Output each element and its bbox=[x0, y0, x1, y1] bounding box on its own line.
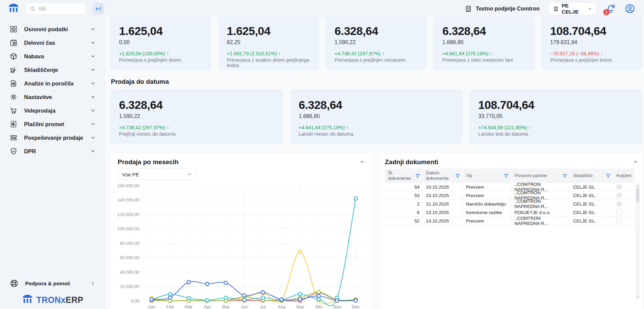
sidebar-item-dpr[interactable]: DPR bbox=[0, 144, 105, 158]
sidebar-item-osnovni-podatki[interactable]: Osnovni podatki bbox=[0, 22, 105, 36]
table-scrollbar[interactable]: ▲ ▼ bbox=[636, 184, 640, 300]
collapse-chart-panel-button[interactable] bbox=[359, 158, 366, 166]
chevron-down-icon bbox=[90, 81, 96, 86]
support-link[interactable]: Podpora & pomoč bbox=[0, 279, 105, 288]
posted-checkbox[interactable]: ✓ bbox=[617, 184, 622, 190]
shield-icon bbox=[9, 147, 18, 155]
funnel-icon bbox=[606, 173, 611, 178]
box-icon bbox=[9, 52, 18, 60]
kpi-caption: Primerjava z enakim dnem prejšnjega tedn… bbox=[227, 57, 310, 68]
calendar-clock-icon bbox=[9, 39, 18, 47]
doc-posted-cell bbox=[613, 217, 635, 225]
monthly-sales-panel-title: Prodaja po mesecih bbox=[118, 158, 179, 166]
kpi-secondary: 179.631,94 bbox=[550, 39, 633, 45]
posted-checkbox[interactable]: ✓ bbox=[617, 201, 622, 207]
trend-arrow-icon: ↑ bbox=[167, 51, 169, 56]
posted-checkbox[interactable] bbox=[617, 210, 622, 215]
chart-marker-series-cyan bbox=[206, 298, 209, 302]
posted-checkbox[interactable]: ✓ bbox=[617, 193, 622, 198]
kpi-caption: Lanski mesec do datuma bbox=[299, 131, 454, 137]
kpi-card: 6.328,641.686,80+4.641,84 (275,19%) ↑Pri… bbox=[433, 17, 534, 70]
column-header-label: Knjižen bbox=[617, 173, 631, 178]
sidebar-item-delovni-cas[interactable]: Delovni čas bbox=[0, 36, 105, 50]
report-icon bbox=[9, 79, 18, 88]
kpi-card: 6.328,641.590,22+4.738,42 (297,97%) ↑Pre… bbox=[110, 90, 283, 144]
pe-filter-select[interactable]: Vse PE bbox=[118, 169, 197, 180]
sidebar-item-nastavitve[interactable]: Nastavitve bbox=[0, 90, 105, 104]
company-selector[interactable]: Testno podjetje Comtron bbox=[465, 5, 540, 13]
column-header-poslovni-partner[interactable]: Poslovni partner bbox=[511, 169, 570, 183]
doc-warehouse-cell: CELJE GL. bbox=[570, 191, 613, 200]
svg-text:Sep: Sep bbox=[296, 304, 304, 309]
sidebar-item-label: Analize in poročila bbox=[24, 80, 90, 87]
svg-text:Dec: Dec bbox=[352, 304, 360, 309]
chart-marker-series-blue bbox=[335, 299, 339, 302]
sidebar-item-veleprodaja[interactable]: Veleprodaja bbox=[0, 104, 105, 117]
kpi-secondary: 33.770,05 bbox=[478, 113, 633, 119]
chevron-down-icon bbox=[90, 26, 96, 32]
posted-checkbox[interactable] bbox=[617, 218, 622, 224]
sidebar-item-pospesevanje-prodaje[interactable]: Pospeševanje prodaje bbox=[0, 131, 105, 144]
doc-date-cell: 23.10.2025 bbox=[423, 191, 463, 200]
scroll-up-arrow[interactable]: ▲ bbox=[637, 184, 639, 187]
doc-number-cell: 52 bbox=[385, 217, 423, 225]
chart-marker-series-cyan bbox=[261, 296, 265, 300]
kpi-value: 108.704,64 bbox=[478, 99, 633, 111]
chevron-down-icon bbox=[90, 108, 96, 113]
branch-select[interactable]: PE CELJE bbox=[548, 2, 597, 15]
scroll-down-arrow[interactable]: ▼ bbox=[637, 296, 639, 299]
sidebar-item-skladiscenje[interactable]: Skladiščenje bbox=[0, 63, 105, 77]
chart-marker-series-cyan bbox=[243, 298, 246, 302]
sidebar-item-label: Veleprodaja bbox=[24, 108, 90, 114]
doc-posted-cell: ✓ bbox=[613, 183, 635, 191]
brand-text-tron: TRON bbox=[36, 295, 61, 305]
sidebar-collapse-button[interactable] bbox=[92, 3, 104, 15]
sidebar-item-nabava[interactable]: Nabava bbox=[0, 50, 105, 63]
column-header-label: Poslovni partner bbox=[514, 173, 548, 178]
chart-marker-series-yellow bbox=[298, 250, 302, 254]
sales-to-date-title: Prodaja do datuma bbox=[111, 78, 642, 85]
sidebar-item-label: Osnovni podatki bbox=[24, 26, 90, 33]
chart-marker-series-blue bbox=[261, 291, 265, 294]
kpi-secondary: 0,00 bbox=[119, 39, 202, 45]
app-logo-icon bbox=[7, 4, 20, 14]
lifebuoy-icon bbox=[9, 279, 19, 288]
chevron-right-icon bbox=[90, 281, 96, 286]
kpi-caption: Primerjava s prejšnjim letom bbox=[550, 57, 633, 63]
svg-text:100.000,00: 100.000,00 bbox=[118, 226, 139, 231]
sidebar-item-analize-in-porocila[interactable]: Analize in poročila bbox=[0, 77, 105, 90]
column-header-knjizen[interactable]: Knjižen bbox=[613, 169, 635, 183]
collapse-table-panel-button[interactable] bbox=[632, 158, 639, 166]
svg-text:140.000,00: 140.000,00 bbox=[118, 197, 139, 202]
trend-arrow-icon: ↑ bbox=[528, 124, 531, 130]
brand-text-x: x bbox=[61, 295, 65, 305]
search-input[interactable] bbox=[38, 6, 82, 12]
notifications-button[interactable]: 2 bbox=[606, 4, 616, 14]
building-icon bbox=[553, 6, 559, 12]
column-header-st-dokumenta[interactable]: Št. dokumenta bbox=[385, 169, 423, 183]
chevron-down-icon bbox=[187, 172, 192, 177]
chart-marker-series-blue bbox=[280, 298, 283, 301]
sidebar-item-placilni-promet[interactable]: Plačilni promet bbox=[0, 117, 105, 131]
chevron-down-icon bbox=[90, 135, 96, 140]
column-header-tip[interactable]: Tip bbox=[463, 169, 511, 183]
monthly-sales-panel: Prodaja po mesecih Vse PE 0,0020.000,004… bbox=[110, 154, 372, 309]
doc-warehouse-cell: CELJE GL. bbox=[570, 183, 613, 191]
column-header-datum-dokumenta[interactable]: Datum dokumenta bbox=[423, 169, 463, 183]
trend-arrow-icon: ↑ bbox=[278, 51, 281, 56]
column-header-skladisce[interactable]: Skladišče bbox=[570, 169, 613, 183]
scroll-thumb[interactable] bbox=[636, 188, 639, 202]
svg-text:60.000,00: 60.000,00 bbox=[120, 255, 139, 260]
search-icon bbox=[30, 6, 35, 12]
chart-marker-series-cyan bbox=[224, 296, 228, 300]
user-avatar-button[interactable] bbox=[625, 3, 635, 14]
kpi-card: 1.625,0462,25+1.562,79 (2.510,51%) ↑Prim… bbox=[218, 17, 319, 70]
collapse-sidebar-icon bbox=[95, 5, 102, 12]
search-box[interactable] bbox=[26, 3, 86, 15]
recent-documents-panel-title: Zadnji dokumenti bbox=[385, 158, 438, 166]
sales-to-date-row: 6.328,641.590,22+4.738,42 (297,97%) ↑Pre… bbox=[110, 90, 642, 144]
chevron-up-icon bbox=[633, 159, 638, 165]
forklift-icon bbox=[9, 66, 18, 74]
kpi-value: 6.328,64 bbox=[442, 25, 526, 37]
kpi-secondary: 1.590,22 bbox=[119, 113, 274, 119]
